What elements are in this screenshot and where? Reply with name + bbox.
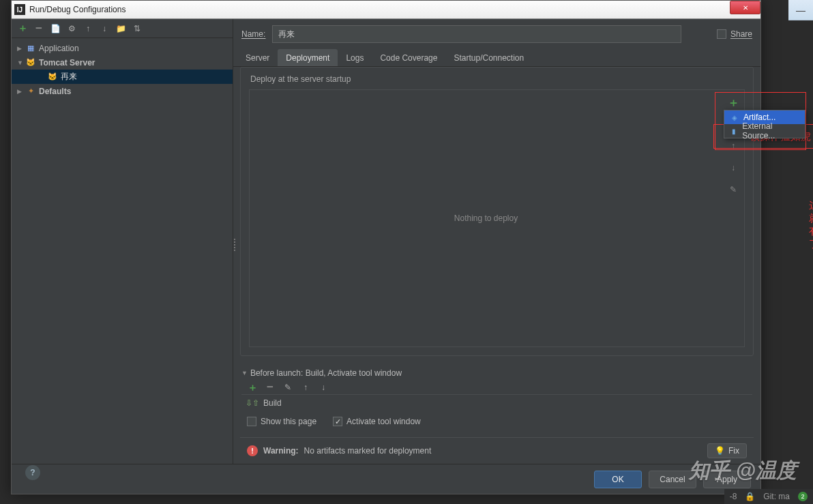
background-window-minimize: — xyxy=(788,0,813,20)
before-launch-list[interactable]: ⇩⇧ Build xyxy=(241,394,752,411)
node-icon: ✦ xyxy=(25,87,36,96)
annotation-text-2: 这就有了 xyxy=(809,199,813,251)
help-icon[interactable]: ? xyxy=(25,465,40,480)
before-launch-section: ▼ Before launch: Build, Activate tool wi… xyxy=(233,363,760,434)
dialog-footer: OK Cancel Apply xyxy=(12,464,760,494)
show-this-page-label: Show this page xyxy=(261,417,316,426)
lock-icon[interactable]: 🔒 xyxy=(745,492,755,501)
sort-icon[interactable]: ⇅ xyxy=(132,23,143,34)
bl-up-icon[interactable]: ↑ xyxy=(300,382,311,393)
add-config-icon[interactable]: ＋ xyxy=(17,23,28,34)
tree-item-label: Defaults xyxy=(39,87,71,96)
name-input[interactable] xyxy=(272,25,681,43)
copy-config-icon[interactable]: 📄 xyxy=(50,23,61,34)
fix-button[interactable]: 💡 Fix xyxy=(707,443,747,458)
bl-down-icon[interactable]: ↓ xyxy=(318,382,329,393)
tree-item-Application[interactable]: ▶▦Application xyxy=(12,41,233,55)
collapse-triangle-icon: ▼ xyxy=(241,370,248,376)
node-icon: 🐱 xyxy=(25,58,36,68)
before-launch-title-text: Before launch: Build, Activate tool wind… xyxy=(250,368,402,378)
before-launch-toolbar: ＋ − ✎ ↑ ↓ xyxy=(241,378,752,394)
before-launch-item-build[interactable]: ⇩⇧ Build xyxy=(241,395,286,411)
settings-icon[interactable]: ⚙ xyxy=(66,23,77,34)
ide-statusbar: -8 🔒 Git: ma 2 xyxy=(724,489,813,504)
bl-add-icon[interactable]: ＋ xyxy=(247,382,258,393)
tab-logs[interactable]: Logs xyxy=(338,49,372,66)
tree-item-label: 再来 xyxy=(61,71,77,83)
chevron-icon: ▶ xyxy=(17,88,25,95)
git-branch-label[interactable]: Git: ma xyxy=(763,492,790,501)
tree-item-再来[interactable]: 🐱再来 xyxy=(12,70,233,84)
build-icon: ⇩⇧ xyxy=(246,398,259,408)
move-down-icon[interactable]: ↓ xyxy=(99,23,110,34)
bl-edit-icon[interactable]: ✎ xyxy=(282,382,293,393)
dialog-content: ＋ − 📄 ⚙ ↑ ↓ 📁 ⇅ ▶▦Application▼🐱Tomcat Se… xyxy=(12,19,760,464)
tab-startup-connection[interactable]: Startup/Connection xyxy=(445,49,532,66)
checkbox-icon xyxy=(717,29,726,39)
event-badge[interactable]: 2 xyxy=(798,492,808,501)
warning-label: Warning: xyxy=(263,446,299,456)
edit-deploy-icon[interactable]: ✎ xyxy=(725,181,741,198)
checkbox-icon xyxy=(247,417,256,426)
lightbulb-icon: 💡 xyxy=(715,446,725,456)
share-checkbox[interactable]: Share xyxy=(717,29,752,39)
deploy-label: Deploy at the server startup xyxy=(241,68,753,89)
cancel-button[interactable]: Cancel xyxy=(649,471,696,488)
deploy-empty-area: Nothing to deploy 一顿操作猛如虎 这就有了 xyxy=(250,90,722,346)
tab-server[interactable]: Server xyxy=(237,49,278,66)
chevron-icon: ▼ xyxy=(17,59,25,66)
apply-button[interactable]: Apply xyxy=(703,471,751,488)
tree-item-Tomcat Server[interactable]: ▼🐱Tomcat Server xyxy=(12,55,233,70)
deploy-empty-text: Nothing to deploy xyxy=(454,213,518,223)
activate-tool-checkbox[interactable]: ✓ Activate tool window xyxy=(333,417,421,426)
activate-tool-label: Activate tool window xyxy=(346,417,421,426)
fix-label: Fix xyxy=(728,446,739,456)
bl-remove-icon[interactable]: − xyxy=(265,382,276,393)
move-down-deploy-icon[interactable]: ↓ xyxy=(725,160,741,176)
deployment-panel: Deploy at the server startup Nothing to … xyxy=(240,67,754,356)
build-label: Build xyxy=(263,398,282,408)
move-up-icon[interactable]: ↑ xyxy=(83,23,93,34)
popup-item-icon: ◈ xyxy=(730,114,739,121)
config-sidebar: ＋ − 📄 ⚙ ↑ ↓ 📁 ⇅ ▶▦Application▼🐱Tomcat Se… xyxy=(12,19,233,464)
encoding-label[interactable]: -8 xyxy=(730,492,737,501)
checkbox-icon: ✓ xyxy=(333,417,342,426)
add-deploy-popup: ◈Artifact...▮External Source... xyxy=(724,110,805,138)
name-row: Name: Share xyxy=(233,19,760,49)
remove-config-icon[interactable]: − xyxy=(33,23,44,34)
node-icon: ▦ xyxy=(25,44,36,53)
popup-item-external-source---[interactable]: ▮External Source... xyxy=(724,124,805,138)
main-panel: Name: Share ServerDeploymentLogsCode Cov… xyxy=(233,19,760,464)
folder-icon[interactable]: 📁 xyxy=(115,23,126,34)
popup-item-icon: ▮ xyxy=(730,128,738,135)
chevron-icon: ▶ xyxy=(17,45,25,52)
popup-item-label: External Source... xyxy=(742,121,799,140)
run-debug-dialog: IJ Run/Debug Configurations ✕ ＋ − 📄 ⚙ ↑ … xyxy=(11,0,761,494)
show-this-page-checkbox[interactable]: Show this page xyxy=(247,417,316,426)
node-icon: 🐱 xyxy=(47,72,58,82)
deploy-box: Nothing to deploy 一顿操作猛如虎 这就有了 ＋ − ↑ ↓ ✎ xyxy=(249,89,745,347)
app-icon: IJ xyxy=(14,4,25,15)
tree-item-label: Tomcat Server xyxy=(39,58,95,68)
before-launch-title[interactable]: ▼ Before launch: Build, Activate tool wi… xyxy=(241,368,752,378)
warning-icon: ! xyxy=(247,445,258,456)
before-launch-checks: Show this page ✓ Activate tool window xyxy=(241,411,752,432)
warning-text: No artifacts marked for deployment xyxy=(304,446,432,456)
titlebar[interactable]: IJ Run/Debug Configurations ✕ xyxy=(12,1,760,19)
tab-code-coverage[interactable]: Code Coverage xyxy=(372,49,445,66)
ok-button[interactable]: OK xyxy=(594,471,642,488)
name-label: Name: xyxy=(241,29,265,39)
tabs: ServerDeploymentLogsCode CoverageStartup… xyxy=(233,49,760,67)
sidebar-toolbar: ＋ − 📄 ⚙ ↑ ↓ 📁 ⇅ xyxy=(12,19,233,38)
popup-item-label: Artifact... xyxy=(743,113,775,122)
tree-item-Defaults[interactable]: ▶✦Defaults xyxy=(12,84,233,98)
config-tree[interactable]: ▶▦Application▼🐱Tomcat Server🐱再来▶✦Default… xyxy=(12,38,233,464)
warning-row: ! Warning: No artifacts marked for deplo… xyxy=(240,437,754,464)
tree-item-label: Application xyxy=(39,44,79,53)
tab-deployment[interactable]: Deployment xyxy=(278,49,338,66)
close-icon[interactable]: ✕ xyxy=(730,1,760,14)
share-label: Share xyxy=(730,29,752,39)
window-title: Run/Debug Configurations xyxy=(29,5,758,14)
